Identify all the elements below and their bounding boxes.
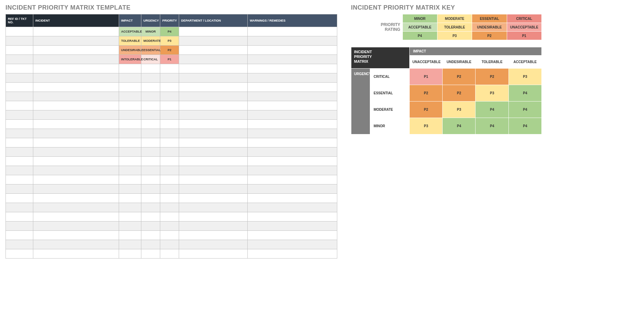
cell[interactable]: P3 <box>160 36 179 46</box>
cell[interactable] <box>141 64 160 73</box>
cell[interactable] <box>248 73 337 83</box>
cell[interactable] <box>33 240 119 249</box>
cell[interactable] <box>248 101 337 110</box>
cell[interactable] <box>6 184 33 194</box>
cell[interactable] <box>160 194 179 203</box>
cell[interactable] <box>160 240 179 249</box>
cell[interactable] <box>160 92 179 101</box>
cell[interactable] <box>160 83 179 92</box>
cell[interactable] <box>141 166 160 175</box>
cell[interactable] <box>179 166 248 175</box>
cell[interactable] <box>33 110 119 120</box>
cell[interactable] <box>6 83 33 92</box>
cell[interactable] <box>141 120 160 129</box>
cell[interactable] <box>248 212 337 222</box>
cell[interactable] <box>119 147 141 157</box>
cell[interactable] <box>160 129 179 138</box>
cell[interactable] <box>248 157 337 166</box>
cell[interactable] <box>6 249 33 259</box>
cell[interactable]: UNDESIRABLE <box>119 46 141 55</box>
cell[interactable] <box>33 36 119 46</box>
cell[interactable] <box>179 184 248 194</box>
cell[interactable] <box>248 194 337 203</box>
cell[interactable] <box>119 249 141 259</box>
cell[interactable] <box>33 194 119 203</box>
cell[interactable] <box>179 212 248 222</box>
cell[interactable]: ACCEPTABLE <box>119 27 141 36</box>
cell[interactable] <box>248 120 337 129</box>
cell[interactable] <box>6 138 33 147</box>
cell[interactable] <box>6 110 33 120</box>
cell[interactable] <box>248 55 337 64</box>
cell[interactable] <box>119 129 141 138</box>
cell[interactable] <box>160 120 179 129</box>
cell[interactable] <box>179 138 248 147</box>
cell[interactable] <box>141 73 160 83</box>
cell[interactable] <box>119 64 141 73</box>
cell[interactable] <box>160 184 179 194</box>
cell[interactable] <box>160 138 179 147</box>
cell[interactable] <box>6 147 33 157</box>
cell[interactable] <box>179 157 248 166</box>
cell[interactable] <box>141 83 160 92</box>
cell[interactable] <box>248 46 337 55</box>
cell[interactable]: MINOR <box>141 27 160 36</box>
cell[interactable] <box>160 73 179 83</box>
cell[interactable] <box>119 83 141 92</box>
cell[interactable] <box>33 92 119 101</box>
cell[interactable] <box>179 194 248 203</box>
cell[interactable] <box>141 138 160 147</box>
cell[interactable] <box>6 120 33 129</box>
cell[interactable] <box>179 64 248 73</box>
cell[interactable] <box>179 240 248 249</box>
cell[interactable] <box>33 120 119 129</box>
cell[interactable] <box>160 249 179 259</box>
cell[interactable] <box>33 83 119 92</box>
cell[interactable] <box>6 157 33 166</box>
cell[interactable] <box>248 64 337 73</box>
cell[interactable] <box>248 138 337 147</box>
cell[interactable] <box>119 175 141 184</box>
cell[interactable] <box>179 129 248 138</box>
cell[interactable] <box>141 157 160 166</box>
cell[interactable] <box>248 92 337 101</box>
cell[interactable] <box>248 129 337 138</box>
cell[interactable] <box>160 212 179 222</box>
cell[interactable] <box>160 166 179 175</box>
cell[interactable] <box>6 101 33 110</box>
cell[interactable] <box>33 46 119 55</box>
cell[interactable] <box>6 212 33 222</box>
cell[interactable] <box>141 249 160 259</box>
cell[interactable] <box>6 166 33 175</box>
cell[interactable] <box>33 222 119 231</box>
cell[interactable] <box>6 64 33 73</box>
cell[interactable] <box>179 203 248 212</box>
cell[interactable] <box>33 212 119 222</box>
cell[interactable] <box>160 175 179 184</box>
cell[interactable]: P4 <box>160 27 179 36</box>
cell[interactable] <box>141 129 160 138</box>
cell[interactable] <box>119 120 141 129</box>
cell[interactable] <box>33 157 119 166</box>
cell[interactable] <box>141 92 160 101</box>
cell[interactable] <box>160 101 179 110</box>
cell[interactable] <box>141 175 160 184</box>
cell[interactable] <box>179 101 248 110</box>
cell[interactable] <box>6 73 33 83</box>
cell[interactable] <box>248 83 337 92</box>
cell[interactable] <box>248 222 337 231</box>
cell[interactable] <box>33 231 119 240</box>
cell[interactable] <box>141 110 160 120</box>
cell[interactable] <box>6 92 33 101</box>
cell[interactable] <box>119 184 141 194</box>
cell[interactable] <box>119 194 141 203</box>
cell[interactable] <box>248 175 337 184</box>
cell[interactable] <box>248 110 337 120</box>
cell[interactable] <box>141 222 160 231</box>
cell[interactable] <box>160 231 179 240</box>
cell[interactable] <box>6 240 33 249</box>
cell[interactable] <box>6 194 33 203</box>
cell[interactable] <box>248 203 337 212</box>
cell[interactable] <box>119 203 141 212</box>
cell[interactable] <box>33 175 119 184</box>
